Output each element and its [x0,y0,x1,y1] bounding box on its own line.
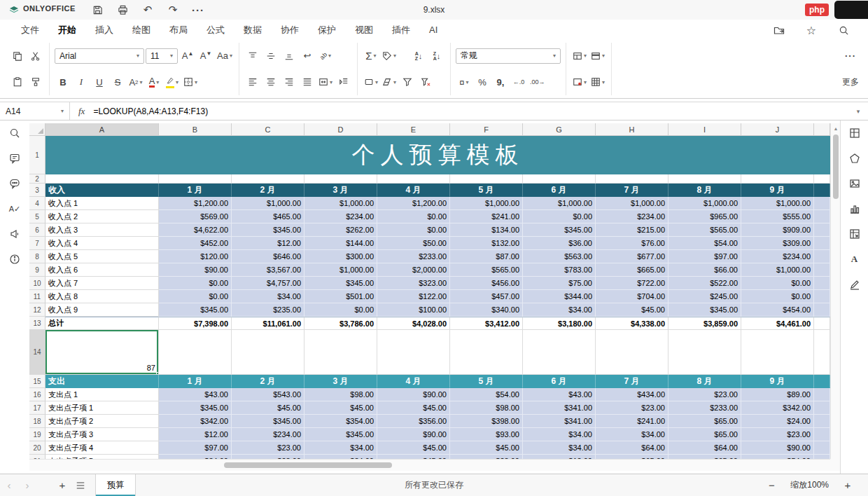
filter-button[interactable] [399,74,416,90]
row-header-12[interactable]: 12 [29,303,46,317]
income-value-cell[interactable]: $4,622.00 [159,223,232,237]
income-value-cell[interactable]: $965.00 [668,210,741,223]
menu-tab-2[interactable]: 开始 [58,24,76,36]
row-label[interactable]: 收入点 5 [46,250,159,263]
income-value-cell[interactable]: $45.00 [596,303,668,317]
income-value-cell[interactable]: $90.00 [159,263,232,277]
row-label[interactable]: 收入点 3 [46,223,159,237]
income-value-cell[interactable]: $0.00 [377,223,450,237]
expense-value-cell[interactable]: $23.00 [232,441,304,455]
align-middle-button[interactable] [262,48,279,64]
expense-header-cell[interactable]: 9 月 [741,375,814,388]
cell[interactable] [814,375,830,388]
total-cell[interactable]: $4,028.00 [377,317,450,330]
income-value-cell[interactable]: $1,200.00 [159,197,232,210]
income-value-cell[interactable]: $565.00 [450,263,523,277]
income-value-cell[interactable]: $215.00 [596,223,668,237]
income-value-cell[interactable]: $344.00 [523,290,596,303]
total-cell[interactable]: $7,398.00 [159,317,232,330]
cell[interactable] [668,174,741,184]
shape-settings-button[interactable] [845,150,864,167]
income-value-cell[interactable]: $1,000.00 [304,197,377,210]
expense-value-cell[interactable]: $23.00 [741,428,814,441]
find-button[interactable] [5,125,24,142]
cell[interactable] [814,210,830,223]
row-header-20[interactable]: 20 [29,441,46,455]
clear-button[interactable]: ▾ [381,74,398,90]
income-value-cell[interactable]: $3,567.00 [232,263,304,277]
cell[interactable] [814,317,830,330]
image-settings-button[interactable] [845,175,864,192]
total-cell[interactable]: $3,180.00 [523,317,596,330]
expense-value-cell[interactable]: $45.00 [450,441,523,455]
income-value-cell[interactable]: $120.00 [159,250,232,263]
income-value-cell[interactable]: $345.00 [159,303,232,317]
open-location-button[interactable] [770,22,788,39]
income-value-cell[interactable]: $555.00 [741,210,814,223]
row-header-7[interactable]: 7 [29,237,46,250]
align-center-button[interactable] [262,74,279,90]
row-header-2[interactable]: 2 [29,174,46,184]
menu-tab-3[interactable]: 插入 [95,24,113,36]
column-header-D[interactable]: D [304,123,377,136]
wrap-text-button[interactable]: ↩ [299,48,316,64]
percent-style-button[interactable]: % [474,74,491,90]
row-header-6[interactable]: 6 [29,223,46,237]
prev-sheet-button[interactable]: ‹ [0,476,18,495]
income-value-cell[interactable]: $134.00 [450,223,523,237]
align-bottom-button[interactable] [281,48,298,64]
zoom-out-button[interactable]: − [762,476,780,495]
more-label[interactable]: 更多 [842,76,859,88]
cell[interactable] [814,415,830,428]
total-cell[interactable]: 总计 [46,317,159,330]
cell[interactable] [232,330,304,375]
income-value-cell[interactable]: $132.00 [450,237,523,250]
name-box[interactable]: A14 ▾ [0,102,70,120]
income-value-cell[interactable]: $235.00 [232,303,304,317]
row-header-9[interactable]: 9 [29,263,46,277]
income-value-cell[interactable]: $241.00 [450,210,523,223]
income-value-cell[interactable]: $522.00 [668,277,741,290]
expense-value-cell[interactable]: $45.00 [232,401,304,415]
income-value-cell[interactable]: $1,000.00 [304,263,377,277]
column-header-E[interactable]: E [377,123,450,136]
cell[interactable] [814,263,830,277]
sheet-list-button[interactable] [71,476,90,495]
pivot-settings-button[interactable] [845,226,864,242]
row-header-17[interactable]: 17 [29,401,46,415]
expense-value-cell[interactable]: $342.00 [741,401,814,415]
column-header-partial[interactable] [814,123,830,136]
income-header-cell[interactable]: 收入 [46,184,159,197]
income-value-cell[interactable]: $66.00 [668,263,741,277]
vertical-scroll-thumb[interactable] [833,135,839,199]
signature-settings-button[interactable] [845,276,864,293]
income-value-cell[interactable]: $722.00 [596,277,668,290]
expense-header-cell[interactable]: 8 月 [668,375,741,388]
total-cell[interactable]: $3,859.00 [668,317,741,330]
expense-value-cell[interactable]: $345.00 [159,401,232,415]
chat-button[interactable] [5,175,24,192]
feedback-button[interactable] [5,226,24,242]
menu-tab-4[interactable]: 绘图 [132,24,150,36]
income-value-cell[interactable]: $501.00 [304,290,377,303]
favorite-button[interactable]: ☆ [802,22,820,39]
align-left-button[interactable] [244,74,261,90]
accounting-style-button[interactable]: ¤▾ [456,74,472,90]
expense-value-cell[interactable]: $345.00 [232,415,304,428]
expense-value-cell[interactable]: $93.00 [450,428,523,441]
income-value-cell[interactable]: $75.00 [523,277,596,290]
income-value-cell[interactable]: $563.00 [523,250,596,263]
sort-desc-button[interactable]: ZA↓ [428,48,445,64]
income-value-cell[interactable]: $1,000.00 [523,197,596,210]
expense-header-cell[interactable]: 6 月 [523,375,596,388]
income-header-cell[interactable]: 6 月 [523,184,596,197]
row-header-3[interactable]: 3 [29,184,46,197]
income-value-cell[interactable]: $340.00 [450,303,523,317]
income-value-cell[interactable]: $456.00 [450,277,523,290]
expense-header-cell[interactable]: 1 月 [159,375,232,388]
income-value-cell[interactable]: $76.00 [596,237,668,250]
subscript-button[interactable]: A2▾ [127,74,144,90]
column-header-A[interactable]: A [46,123,159,136]
cell[interactable] [814,303,830,317]
income-value-cell[interactable]: $2,000.00 [377,263,450,277]
